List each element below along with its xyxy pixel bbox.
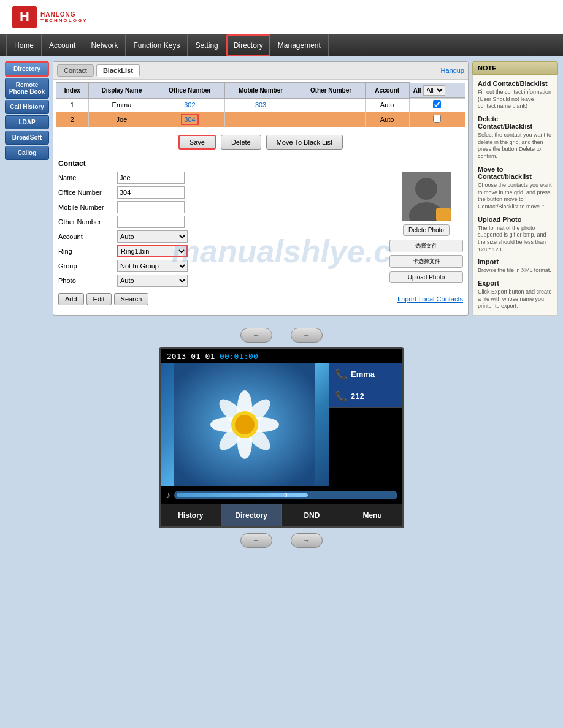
table-row: 1 Emma 302 303 Auto [56,98,465,112]
delete-photo-button[interactable]: Delete Photo [403,224,450,236]
label-ring: Ring [58,248,113,255]
nav-setting[interactable]: Setting [188,34,226,56]
svg-text:H: H [20,9,29,24]
search-button[interactable]: Search [114,293,149,305]
note-section-add-contact: Add Contact/Blacklist [478,80,553,87]
forward-arrow-icon: → [303,331,310,339]
tab-bar: Contact BlackList Hangup [53,62,468,80]
nav-forward-button-top[interactable]: → [291,328,323,343]
phone-softkeys: History Directory DND Menu [161,504,402,526]
sidebar-item-remote-phone-book[interactable]: Remote Phone Book [5,78,49,99]
col-all: All All [410,83,465,98]
softkey-menu[interactable]: Menu [342,504,402,526]
phone-contact-emma[interactable]: 📞 Emma [329,363,402,385]
edit-button[interactable]: Edit [86,293,112,305]
upload-photo-button[interactable]: Upload Photo [389,271,463,283]
col-mobile-number: Mobile Number [224,83,297,99]
note-section-import: Import [478,258,553,265]
select-file-button[interactable]: 选择文件 [389,240,463,252]
label-group: Group [58,262,113,270]
input-mobile[interactable] [117,201,185,213]
nav-management[interactable]: Management [270,34,329,56]
save-button[interactable]: Save [178,135,216,150]
phone-icon: 📞 [335,368,347,380]
svg-point-3 [415,178,437,200]
tab-blacklist[interactable]: BlackList [96,64,140,77]
row-index: 2 [56,112,89,127]
row-index: 1 [56,98,89,112]
hangup-link[interactable]: Hangup [440,67,464,74]
center-panel: Contact BlackList Hangup Index Display N… [53,61,469,316]
sidebar-item-broadsoft[interactable]: BroadSoft [5,131,49,145]
form-row-name: Name [58,172,383,184]
form-row-other: Other Number [58,216,383,228]
input-other[interactable] [117,216,185,228]
office-link[interactable]: 302 [184,101,195,108]
form-title: Contact [58,159,463,168]
sidebar-item-directory[interactable]: Directory [5,61,49,77]
phone-main-area: 📞 Emma 📞 212 [161,363,402,486]
office-link[interactable]: 304 [181,114,198,125]
delete-button[interactable]: Delete [221,135,261,150]
nav-forward-button-bottom[interactable]: → [291,533,323,548]
nav-back-button-top[interactable]: ← [240,328,272,343]
row-checkbox[interactable] [433,100,441,108]
note-header: NOTE [472,61,558,75]
row-mobile [224,112,297,127]
add-button[interactable]: Add [58,293,84,305]
label-account: Account [58,233,113,240]
mobile-link[interactable]: 303 [255,101,266,108]
no-file-button[interactable]: 卡选择文件 [389,255,463,268]
softkey-history[interactable]: History [161,504,221,526]
select-photo[interactable]: Auto [117,275,188,287]
form-bottom-row: Add Edit Search Import Local Contacts [58,293,463,305]
note-section-export: Export [478,279,553,287]
phone-time-bar: 2013-01-01 00:01:00 [161,349,402,363]
contact-table: Index Display Name Office Number Mobile … [56,82,465,127]
nav-account[interactable]: Account [42,34,83,56]
svg-point-15 [235,415,255,434]
phone-time: 00:01:00 [220,352,258,361]
music-track [177,493,308,497]
phone-sidebar-contacts: 📞 Emma 📞 212 [329,363,402,486]
flower-svg [161,363,329,486]
nav-directory[interactable]: Directory [226,34,270,56]
note-text-add-contact: Fill out the contact information (User S… [478,89,553,110]
sidebar-item-callog[interactable]: Callog [5,146,49,160]
contact-form: Contact Name Office Number Mobile Number [53,154,468,310]
phone-music-bar: ♪ 8 [161,486,402,504]
form-row-group: Group Not In Group [58,260,383,272]
select-account[interactable]: Auto [117,230,188,243]
select-group[interactable]: Not In Group [117,260,188,272]
account-filter-select[interactable]: All [423,85,445,96]
note-text-move-contact: Choose the contacts you want to move in … [478,182,553,211]
tab-contact[interactable]: Contact [57,64,94,77]
nav-network[interactable]: Network [83,34,126,56]
music-progress-bar[interactable]: 8 [174,491,397,499]
tab-group: Contact BlackList [57,64,140,77]
nav-back-button-bottom[interactable]: ← [240,533,272,548]
form-row-ring: Ring Ring1.bin [58,245,383,257]
softkey-directory[interactable]: Directory [221,504,282,526]
main-content: Directory Remote Phone Book Call History… [5,61,558,316]
input-office[interactable] [117,186,185,199]
note-section-delete-contact: Delete Contact/Blacklist [478,115,553,130]
import-local-contacts-link[interactable]: Import Local Contacts [397,295,463,303]
row-office: 304 [155,112,224,127]
phone-contact-212[interactable]: 📞 212 [329,385,402,408]
contact-number-212: 212 [351,392,364,401]
row-checkbox[interactable] [433,115,441,123]
note-text-import: Browse the file in XML format. [478,267,553,275]
phone-section: ← → 2013-01-01 00:01:00 [5,328,558,548]
sidebar-item-call-history[interactable]: Call History [5,100,49,114]
row-checkbox-cell [409,98,465,112]
softkey-dnd[interactable]: DND [282,504,343,526]
table-container: Index Display Name Office Number Mobile … [53,80,468,130]
move-to-blacklist-button[interactable]: Move To Black List [266,135,343,150]
nav-function-keys[interactable]: Function Keys [126,34,188,56]
nav-home[interactable]: Home [6,34,42,56]
sidebar-item-ldap[interactable]: LDAP [5,115,49,129]
row-mobile: 303 [224,98,297,112]
input-name[interactable] [117,172,185,184]
select-ring[interactable]: Ring1.bin [117,245,188,257]
